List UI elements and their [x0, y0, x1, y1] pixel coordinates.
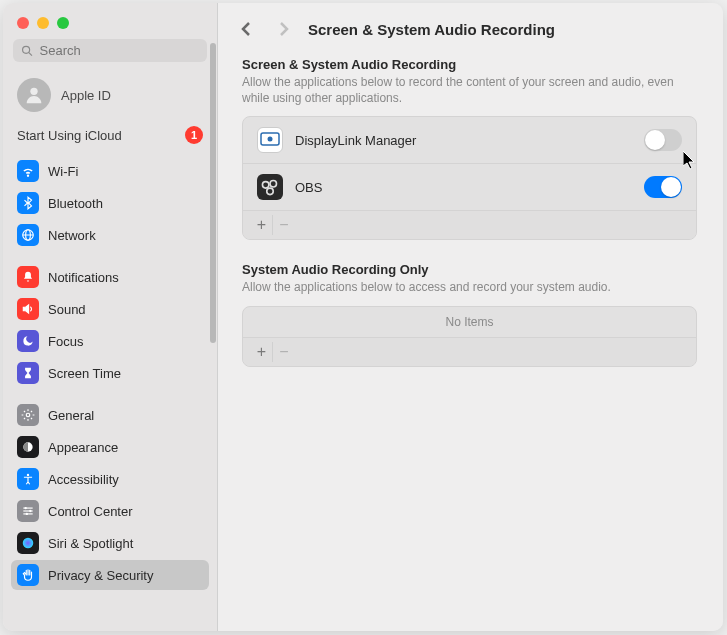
- sidebar-item-privacy-security[interactable]: Privacy & Security: [11, 560, 209, 590]
- sidebar-item-label: Privacy & Security: [48, 568, 153, 583]
- bell-icon: [17, 266, 39, 288]
- apple-id-label: Apple ID: [61, 88, 111, 103]
- sidebar-item-general[interactable]: General: [11, 400, 209, 430]
- forward-button[interactable]: [270, 17, 298, 41]
- sidebar-item-screen-time[interactable]: Screen Time: [11, 358, 209, 388]
- sidebar-item-focus[interactable]: Focus: [11, 326, 209, 356]
- app-row: OBS: [243, 164, 696, 210]
- panel-footer: + −: [243, 210, 696, 239]
- sidebar-item-wi-fi[interactable]: Wi-Fi: [11, 156, 209, 186]
- sidebar-item-label: Accessibility: [48, 472, 119, 487]
- remove-app-button[interactable]: −: [273, 342, 295, 362]
- svg-point-13: [29, 510, 31, 512]
- displaylink-app-icon: [257, 127, 283, 153]
- sidebar-nav: Wi-FiBluetoothNetworkNotificationsSoundF…: [3, 156, 217, 631]
- section-description: Allow the applications below to record t…: [242, 74, 697, 106]
- sidebar-item-label: Sound: [48, 302, 86, 317]
- add-app-button[interactable]: +: [251, 342, 273, 362]
- wifi-icon: [17, 160, 39, 182]
- svg-point-14: [26, 513, 28, 515]
- content: Screen & System Audio Recording Allow th…: [218, 51, 723, 409]
- screen-recording-section: Screen & System Audio Recording Allow th…: [242, 57, 697, 240]
- page-title: Screen & System Audio Recording: [308, 21, 555, 38]
- sidebar-item-bluetooth[interactable]: Bluetooth: [11, 188, 209, 218]
- audio-apps-panel: No Items + −: [242, 306, 697, 367]
- section-description: Allow the applications below to access a…: [242, 279, 697, 295]
- sidebar-item-sound[interactable]: Sound: [11, 294, 209, 324]
- main-area: Screen & System Audio Recording Screen &…: [218, 3, 723, 631]
- search-field[interactable]: [13, 39, 207, 62]
- sliders-icon: [17, 500, 39, 522]
- sidebar-item-network[interactable]: Network: [11, 220, 209, 250]
- add-app-button[interactable]: +: [251, 215, 273, 235]
- header: Screen & System Audio Recording: [218, 3, 723, 51]
- app-name-label: DisplayLink Manager: [295, 133, 632, 148]
- sidebar-item-label: Appearance: [48, 440, 118, 455]
- empty-message: No Items: [243, 307, 696, 337]
- search-icon: [21, 44, 34, 58]
- close-window-button[interactable]: [17, 17, 29, 29]
- app-toggle[interactable]: [644, 129, 682, 151]
- section-title: System Audio Recording Only: [242, 262, 697, 277]
- svg-point-6: [26, 413, 30, 417]
- sidebar-item-label: Notifications: [48, 270, 119, 285]
- back-button[interactable]: [232, 17, 260, 41]
- sidebar: Apple ID Start Using iCloud 1 Wi-FiBluet…: [3, 3, 218, 631]
- svg-point-17: [268, 137, 273, 142]
- section-title: Screen & System Audio Recording: [242, 57, 697, 72]
- gear-icon: [17, 404, 39, 426]
- maximize-window-button[interactable]: [57, 17, 69, 29]
- person-icon: [23, 84, 45, 106]
- settings-window: Apple ID Start Using iCloud 1 Wi-FiBluet…: [3, 3, 723, 631]
- sidebar-item-label: Bluetooth: [48, 196, 103, 211]
- network-icon: [17, 224, 39, 246]
- remove-app-button[interactable]: −: [273, 215, 295, 235]
- sidebar-item-label: Focus: [48, 334, 83, 349]
- chevron-right-icon: [279, 21, 289, 37]
- audio-recording-section: System Audio Recording Only Allow the ap…: [242, 262, 697, 366]
- svg-point-2: [30, 88, 37, 95]
- siri-icon: [17, 532, 39, 554]
- avatar: [17, 78, 51, 112]
- window-controls: [3, 3, 217, 39]
- svg-point-12: [25, 507, 27, 509]
- scrollbar[interactable]: [210, 43, 216, 343]
- sidebar-item-appearance[interactable]: Appearance: [11, 432, 209, 462]
- screen-apps-panel: DisplayLink ManagerOBS + −: [242, 116, 697, 240]
- sidebar-item-label: Network: [48, 228, 96, 243]
- search-input[interactable]: [40, 43, 199, 58]
- accessibility-icon: [17, 468, 39, 490]
- hand-icon: [17, 564, 39, 586]
- icloud-row[interactable]: Start Using iCloud 1: [3, 122, 217, 156]
- svg-line-1: [29, 52, 32, 55]
- icloud-badge: 1: [185, 126, 203, 144]
- icloud-label: Start Using iCloud: [17, 128, 122, 143]
- appearance-icon: [17, 436, 39, 458]
- obs-app-icon: [257, 174, 283, 200]
- bluetooth-icon: [17, 192, 39, 214]
- apple-id-row[interactable]: Apple ID: [3, 72, 217, 122]
- sidebar-item-label: Siri & Spotlight: [48, 536, 133, 551]
- sidebar-item-label: Screen Time: [48, 366, 121, 381]
- sidebar-item-control-center[interactable]: Control Center: [11, 496, 209, 526]
- sidebar-item-label: Control Center: [48, 504, 133, 519]
- sidebar-item-siri-spotlight[interactable]: Siri & Spotlight: [11, 528, 209, 558]
- sound-icon: [17, 298, 39, 320]
- chevron-left-icon: [241, 21, 251, 37]
- sidebar-item-accessibility[interactable]: Accessibility: [11, 464, 209, 494]
- moon-icon: [17, 330, 39, 352]
- sidebar-item-label: Wi-Fi: [48, 164, 78, 179]
- sidebar-item-notifications[interactable]: Notifications: [11, 262, 209, 292]
- app-name-label: OBS: [295, 180, 632, 195]
- toggle-knob: [661, 177, 681, 197]
- app-row: DisplayLink Manager: [243, 117, 696, 164]
- sidebar-item-label: General: [48, 408, 94, 423]
- svg-point-15: [23, 538, 34, 549]
- svg-point-0: [23, 46, 30, 53]
- toggle-knob: [645, 130, 665, 150]
- svg-point-8: [27, 474, 29, 476]
- panel-footer: + −: [243, 337, 696, 366]
- app-toggle[interactable]: [644, 176, 682, 198]
- minimize-window-button[interactable]: [37, 17, 49, 29]
- hourglass-icon: [17, 362, 39, 384]
